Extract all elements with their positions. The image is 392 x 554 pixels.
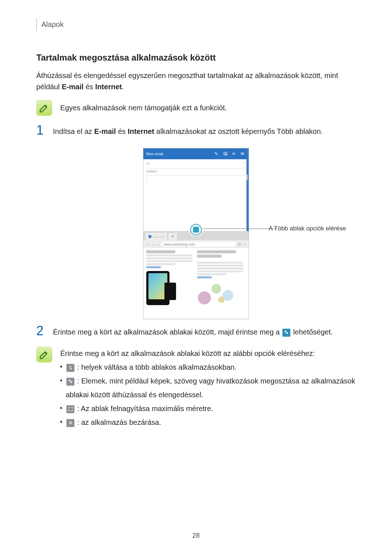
multiwindow-handle[interactable] [190, 224, 202, 235]
blur-line [146, 263, 175, 265]
step-2: 2 Érintse meg a kört az alkalmazások abl… [36, 327, 356, 338]
step-2-b: lehetőséget. [291, 328, 333, 336]
share-drag-icon [66, 378, 74, 386]
to-label: To [146, 162, 150, 166]
note-icon [36, 100, 52, 116]
note-2-intro: Érintse meg a kört az alkalmazások ablak… [60, 346, 356, 360]
email-topbar: New email [143, 148, 249, 159]
blur-link [146, 266, 161, 268]
maximize-icon [66, 405, 74, 413]
page-number: 28 [0, 532, 392, 539]
blur-line [146, 258, 192, 259]
callout-line [202, 229, 277, 229]
note-2: Érintse meg a kört az alkalmazások ablak… [36, 346, 356, 429]
blur-heading [197, 255, 221, 258]
step-2-a: Érintse meg a kört az alkalmazások ablak… [53, 328, 282, 336]
step-1-a: Indítsa el az [53, 127, 94, 135]
device-mock: New email To˅ Subject | [143, 148, 249, 319]
subject-label: Subject [146, 169, 157, 173]
blur-line [197, 274, 226, 275]
scrollbar [246, 175, 248, 180]
note-2-item-2-text: : Elemek, mint például képek, szöveg vag… [66, 377, 355, 399]
note-2-item-2: : Elemek, mint például képek, szöveg vag… [60, 374, 356, 402]
intro-email-bold: E-mail [62, 83, 83, 91]
star-icon: ☆ [243, 242, 246, 246]
page-subtitle: Tartalmak megosztása alkalmazások között [36, 53, 356, 63]
bullet-dot [60, 379, 62, 381]
note-1: Egyes alkalmazások nem támogatják ezt a … [36, 100, 356, 116]
pen-note-icon [39, 102, 50, 113]
intro-text-b: . [122, 83, 124, 91]
pen-note-icon [39, 349, 50, 360]
blur-line [197, 265, 243, 266]
close-app-icon [66, 419, 74, 427]
send-icon [241, 151, 246, 156]
note-2-item-1: : helyek váltása a több ablakos alkalmaz… [60, 360, 356, 374]
bullet-dot [60, 421, 62, 423]
blur-line [197, 271, 243, 272]
email-body: | [146, 176, 246, 225]
browser-tab: ——— × [146, 233, 167, 240]
step-1-mid: és [116, 127, 127, 135]
bullet-dot [60, 366, 62, 368]
edit-icon [215, 151, 220, 156]
note-2-item-3-text: : Az ablak felnagyítása maximális méretr… [75, 405, 213, 413]
blur-line [146, 260, 192, 262]
blur-line [146, 255, 192, 256]
cursor: | [146, 177, 147, 181]
figure-area: New email To˅ Subject | [36, 148, 356, 319]
browser-pane: ——— × + ← → ⌂ www.samsung.com ⟳ ☆ [143, 231, 249, 319]
blur-line [197, 262, 243, 263]
new-tab: + [168, 233, 177, 240]
browser-content [143, 248, 249, 318]
home-icon: ⌂ [157, 242, 159, 246]
step-1-b: alkalmazásokat az osztott képernyős Több… [154, 127, 323, 135]
drag-share-icon [282, 329, 290, 337]
tab-favicon [148, 235, 151, 238]
url-bar: www.samsung.com [162, 242, 236, 247]
intro-and: és [83, 83, 95, 91]
step-1-text: Indítsa el az E-mail és Internet alkalma… [53, 126, 323, 137]
back-icon: ← [146, 242, 149, 246]
note-2-item-4: : az alkalmazás bezárása. [60, 415, 356, 429]
bubble-image [197, 282, 246, 307]
note-2-item-4-text: : az alkalmazás bezárása. [75, 418, 161, 426]
note-1-text: Egyes alkalmazások nem támogatják ezt a … [60, 102, 227, 114]
callout-text: A Több ablak opciók elérése [269, 225, 346, 232]
intro-paragraph: Áthúzással és elengedéssel egyszerűen me… [36, 70, 356, 93]
step-2-number: 2 [36, 324, 46, 337]
save-icon [223, 151, 228, 156]
blur-heading [197, 250, 236, 253]
forward-icon: → [151, 242, 155, 246]
step-1-internet: Internet [128, 127, 154, 135]
close-icon [232, 151, 237, 156]
step-1-email: E-mail [94, 127, 116, 135]
step-1-number: 1 [36, 124, 46, 137]
email-title: New email [146, 152, 163, 156]
blur-link [197, 276, 212, 278]
blur-heading [146, 250, 175, 253]
section-header: Alapok [36, 18, 356, 31]
phone-image-small [164, 283, 176, 300]
note-icon [36, 346, 52, 362]
browser-toolbar: ← → ⌂ www.samsung.com ⟳ ☆ [143, 240, 249, 248]
bullet-dot [60, 407, 62, 409]
intro-internet-bold: Internet [95, 83, 122, 91]
note-2-item-1-text: : helyek váltása a több ablakos alkalmaz… [75, 363, 237, 371]
multiwindow-handle-icon [193, 227, 199, 233]
note-2-item-3: : Az ablak felnagyítása maximális méretr… [60, 402, 356, 415]
email-form: To˅ Subject | [143, 159, 249, 225]
note-2-list: Érintse meg a kört az alkalmazások ablak… [60, 346, 356, 429]
step-1: 1 Indítsa el az E-mail és Internet alkal… [36, 126, 356, 137]
step-2-text: Érintse meg a kört az alkalmazások ablak… [53, 327, 333, 338]
swap-icon [66, 364, 74, 372]
reload-icon: ⟳ [238, 242, 241, 246]
blur-line [197, 268, 243, 269]
expand-to-icon: ˅ [244, 162, 246, 166]
